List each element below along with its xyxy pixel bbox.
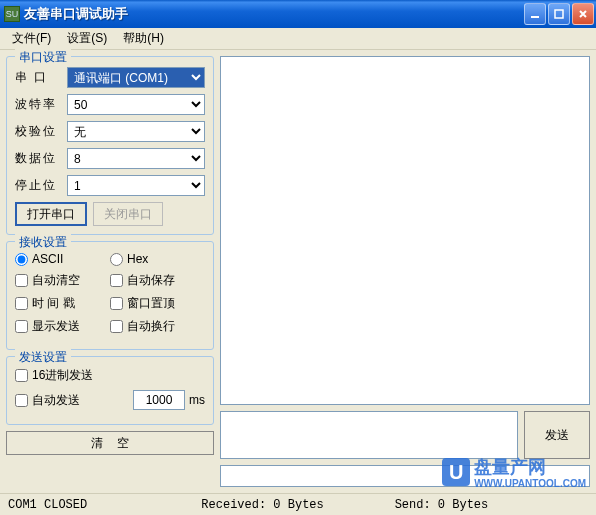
auto-send-label: 自动发送: [32, 392, 80, 409]
window-title: 友善串口调试助手: [24, 5, 524, 23]
hex-radio[interactable]: [110, 253, 123, 266]
menu-settings[interactable]: 设置(S): [59, 28, 115, 49]
port-select[interactable]: 通讯端口 (COM1): [67, 67, 205, 88]
status-sent: Send: 0 Bytes: [395, 498, 588, 512]
status-received: Received: 0 Bytes: [201, 498, 394, 512]
receive-settings-group: 接收设置 ASCII Hex 自动清空 自动保存 时 间 戳 窗口置顶 显示发送…: [6, 241, 214, 350]
topmost-label: 窗口置顶: [127, 295, 175, 312]
baud-select[interactable]: 50: [67, 94, 205, 115]
stopbits-label: 停止位: [15, 177, 61, 194]
parity-select[interactable]: 无: [67, 121, 205, 142]
send-textarea[interactable]: [220, 411, 518, 459]
send-button[interactable]: 发送: [524, 411, 590, 459]
auto-clear-label: 自动清空: [32, 272, 80, 289]
auto-clear-checkbox[interactable]: [15, 274, 28, 287]
baud-label: 波特率: [15, 96, 61, 113]
serial-settings-group: 串口设置 串 口 通讯端口 (COM1) 波特率 50 校验位 无 数据位 8 …: [6, 56, 214, 235]
ascii-label: ASCII: [32, 252, 63, 266]
databits-label: 数据位: [15, 150, 61, 167]
topmost-checkbox[interactable]: [110, 297, 123, 310]
clear-button[interactable]: 清空: [6, 431, 214, 455]
send-settings-group: 发送设置 16进制发送 自动发送 ms: [6, 356, 214, 425]
auto-save-label: 自动保存: [127, 272, 175, 289]
show-send-label: 显示发送: [32, 318, 80, 335]
menubar: 文件(F) 设置(S) 帮助(H): [0, 28, 596, 50]
svg-rect-0: [531, 16, 539, 18]
app-icon: SU: [4, 6, 20, 22]
menu-file[interactable]: 文件(F): [4, 28, 59, 49]
auto-save-checkbox[interactable]: [110, 274, 123, 287]
close-port-button: 关闭串口: [93, 202, 163, 226]
hex-send-label: 16进制发送: [32, 367, 93, 384]
auto-send-checkbox[interactable]: [15, 394, 28, 407]
send-settings-title: 发送设置: [15, 349, 71, 366]
auto-wrap-label: 自动换行: [127, 318, 175, 335]
databits-select[interactable]: 8: [67, 148, 205, 169]
svg-rect-1: [555, 10, 563, 18]
parity-label: 校验位: [15, 123, 61, 140]
command-input[interactable]: [220, 465, 590, 487]
hex-send-checkbox[interactable]: [15, 369, 28, 382]
ascii-radio[interactable]: [15, 253, 28, 266]
interval-input[interactable]: [133, 390, 185, 410]
timestamp-label: 时 间 戳: [32, 295, 75, 312]
status-port: COM1 CLOSED: [8, 498, 201, 512]
hex-label: Hex: [127, 252, 148, 266]
titlebar: SU 友善串口调试助手: [0, 0, 596, 28]
close-button[interactable]: [572, 3, 594, 25]
maximize-button[interactable]: [548, 3, 570, 25]
receive-settings-title: 接收设置: [15, 234, 71, 251]
auto-wrap-checkbox[interactable]: [110, 320, 123, 333]
timestamp-checkbox[interactable]: [15, 297, 28, 310]
port-label: 串 口: [15, 69, 61, 86]
interval-unit: ms: [189, 393, 205, 407]
statusbar: COM1 CLOSED Received: 0 Bytes Send: 0 By…: [0, 493, 596, 515]
show-send-checkbox[interactable]: [15, 320, 28, 333]
stopbits-select[interactable]: 1: [67, 175, 205, 196]
receive-textarea[interactable]: [220, 56, 590, 405]
menu-help[interactable]: 帮助(H): [115, 28, 172, 49]
minimize-button[interactable]: [524, 3, 546, 25]
open-port-button[interactable]: 打开串口: [15, 202, 87, 226]
serial-settings-title: 串口设置: [15, 49, 71, 66]
